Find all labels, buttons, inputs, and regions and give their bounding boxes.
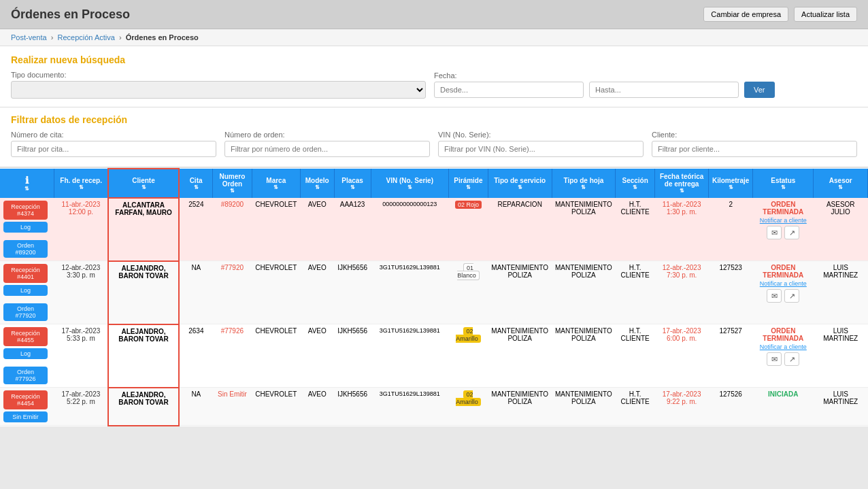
cita-input[interactable] <box>11 141 216 157</box>
cell-tipo-servicio: MANTENIMIENTO POLIZA <box>488 324 552 388</box>
actualizar-lista-button[interactable]: Actualizar lista <box>794 7 857 22</box>
cita-group: Número de cita: <box>11 131 216 157</box>
sort-arrows-marca[interactable]: ⇅ <box>255 184 297 190</box>
sort-arrows-seccion[interactable]: ⇅ <box>618 184 652 190</box>
recepcion-button[interactable]: Recepción #4455 <box>3 327 48 346</box>
th-cliente[interactable]: Cliente ⇅ <box>108 169 179 198</box>
tipo-doc-select[interactable] <box>11 81 426 99</box>
cell-placas: IJKH5656 <box>334 388 371 426</box>
filter-section: Filtrar datos de recepción Número de cit… <box>0 107 868 168</box>
recepcion-button[interactable]: Recepción #4454 <box>3 390 48 409</box>
cita-label: Número de cita: <box>11 131 216 139</box>
th-tipo-hoja[interactable]: Tipo de hoja ⇅ <box>552 169 616 198</box>
th-fecha-teorica[interactable]: Fecha teórica de entrega ⇅ <box>655 169 709 198</box>
sin-emitir-button[interactable]: Sin Emitir <box>3 411 48 422</box>
orden-group: Número de orden: <box>224 131 430 157</box>
hasta-input[interactable] <box>589 82 739 98</box>
message-icon[interactable]: ✉ <box>767 352 782 366</box>
sort-arrows-vin[interactable]: ⇅ <box>374 184 446 190</box>
th-asesor-label: Asesor <box>829 177 852 184</box>
th-cita[interactable]: Cita ⇅ <box>179 169 212 198</box>
th-km[interactable]: Kilometraje ⇅ <box>709 169 753 198</box>
fecha-label: Fecha: <box>434 71 775 80</box>
orden-input[interactable] <box>224 141 430 157</box>
table-header-row: ℹ ⇅ Fh. de recep. ⇅ Cliente ⇅ Cita ⇅ Num… <box>0 169 868 198</box>
th-placas[interactable]: Placas ⇅ <box>334 169 371 198</box>
top-bar: Órdenes en Proceso Cambiar de empresa Ac… <box>0 0 868 29</box>
breadcrumb-recepcion[interactable]: Recepción Activa <box>57 33 114 41</box>
share-icon[interactable]: ↗ <box>784 352 799 366</box>
recepcion-button[interactable]: Recepción #4401 <box>3 264 48 283</box>
cell-actions: Recepción #4454Sin Emitir <box>0 388 54 426</box>
action-icons-group: ✉↗ <box>756 352 810 366</box>
cell-km: 2 <box>709 198 753 261</box>
breadcrumb-postventa[interactable]: Post-venta <box>11 33 47 41</box>
sort-arrows-orden[interactable]: ⇅ <box>216 188 249 194</box>
cell-numero-orden: #77920 <box>213 261 252 324</box>
cell-fecha-teorica: 17-abr.-2023 9:22 p. m. <box>655 388 709 426</box>
sort-arrows-tipo-serv[interactable]: ⇅ <box>491 184 549 190</box>
sort-arrows-cita[interactable]: ⇅ <box>182 184 210 190</box>
sort-arrows-date[interactable]: ⇅ <box>57 184 105 190</box>
status-badge: INICIADA <box>768 390 798 398</box>
log-button[interactable]: Log <box>3 285 48 296</box>
sort-arrows-km[interactable]: ⇅ <box>712 184 750 190</box>
ver-button[interactable]: Ver <box>744 82 775 98</box>
th-date[interactable]: Fh. de recep. ⇅ <box>54 169 108 198</box>
notify-link[interactable]: Notificar a cliente <box>756 280 810 287</box>
orden-button[interactable]: Orden #89200 <box>3 240 48 258</box>
desde-input[interactable] <box>434 82 584 98</box>
th-estatus[interactable]: Estatus ⇅ <box>753 169 814 198</box>
search-title: Realizar nueva búsqueda <box>11 54 857 65</box>
cell-asesor: LUIS MARTINEZ <box>814 261 868 324</box>
notify-link[interactable]: Notificar a cliente <box>756 343 810 350</box>
table-container: ℹ ⇅ Fh. de recep. ⇅ Cliente ⇅ Cita ⇅ Num… <box>0 168 868 426</box>
th-asesor[interactable]: Asesor ⇅ <box>814 169 868 198</box>
message-icon[interactable]: ✉ <box>767 289 782 303</box>
sort-arrows-placas[interactable]: ⇅ <box>337 184 368 190</box>
notify-link[interactable]: Notificar a cliente <box>756 217 810 224</box>
th-vin[interactable]: VIN (No. Serie) ⇅ <box>371 169 448 198</box>
sort-arrows-actions[interactable]: ⇅ <box>3 186 51 192</box>
orden-button[interactable]: Orden #77926 <box>3 367 48 384</box>
log-button[interactable]: Log <box>3 222 48 233</box>
vin-input[interactable] <box>438 141 644 157</box>
breadcrumb: Post-venta › Recepción Activa › Órdenes … <box>0 29 868 46</box>
cell-piramide: 02 Amarillo <box>449 324 488 388</box>
sort-arrows-tipo-hoja[interactable]: ⇅ <box>555 184 613 190</box>
sort-arrows-modelo[interactable]: ⇅ <box>303 184 331 190</box>
th-seccion[interactable]: Sección ⇅ <box>616 169 655 198</box>
cambiar-empresa-button[interactable]: Cambiar de empresa <box>703 7 788 22</box>
recepcion-button[interactable]: Recepción #4374 <box>3 201 48 220</box>
cell-seccion: H.T. CLIENTE <box>616 388 655 426</box>
cell-tipo-hoja: MANTENIMIENTO POLIZA <box>552 324 616 388</box>
sort-arrows-asesor[interactable]: ⇅ <box>816 184 865 190</box>
page-title: Órdenes en Proceso <box>11 7 130 22</box>
orden-button[interactable]: Orden #77920 <box>3 303 48 321</box>
th-tipo-servicio[interactable]: Tipo de servicio ⇅ <box>488 169 552 198</box>
share-icon[interactable]: ↗ <box>784 289 799 303</box>
orden-label: Número de orden: <box>224 131 430 139</box>
cell-tipo-hoja: MANTENIMIENTO POLIZA <box>552 388 616 426</box>
log-button[interactable]: Log <box>3 348 48 359</box>
th-marca[interactable]: Marca ⇅ <box>252 169 300 198</box>
info-icon: ℹ <box>25 175 29 186</box>
orders-table: ℹ ⇅ Fh. de recep. ⇅ Cliente ⇅ Cita ⇅ Num… <box>0 168 868 426</box>
cell-marca: CHEVROLET <box>252 198 300 261</box>
sort-arrows-piramide[interactable]: ⇅ <box>452 184 485 190</box>
th-piramide[interactable]: Pirámide ⇅ <box>449 169 488 198</box>
message-icon[interactable]: ✉ <box>767 226 782 239</box>
cliente-filter-input[interactable] <box>652 141 857 157</box>
th-modelo[interactable]: Modelo ⇅ <box>300 169 334 198</box>
cell-cita: 2524 <box>179 198 212 261</box>
th-orden[interactable]: Numero Orden ⇅ <box>213 169 252 198</box>
cell-tipo-servicio: MANTENIMIENTO POLIZA <box>488 388 552 426</box>
sort-arrows-fecha-teorica[interactable]: ⇅ <box>658 188 705 194</box>
sort-arrows-estatus[interactable]: ⇅ <box>756 184 810 190</box>
sort-arrows-cliente[interactable]: ⇅ <box>112 184 176 190</box>
share-icon[interactable]: ↗ <box>784 226 799 239</box>
cell-vin: 3G1TU51629L139881 <box>371 324 448 388</box>
cell-date: 17-abr.-2023 5:22 p. m <box>54 388 108 426</box>
table-body: Recepción #4374LogOrden #8920011-abr.-20… <box>0 198 868 426</box>
table-row: Recepción #4401LogOrden #7792012-abr.-20… <box>0 261 868 324</box>
